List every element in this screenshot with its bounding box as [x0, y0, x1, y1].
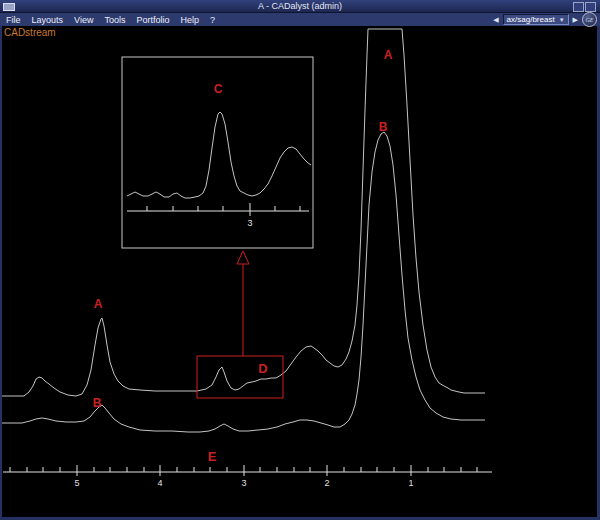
menu-item-file[interactable]: File: [6, 15, 21, 25]
chevron-down-icon: ▼: [559, 17, 565, 23]
brand-label: CADstream: [4, 27, 56, 38]
peak-label-D: D: [258, 361, 267, 376]
ge-logo: GE: [582, 12, 597, 27]
layout-nav-cluster: ◀ ax/sag/breast ▼ ▶ GE: [493, 13, 597, 26]
ppm-axis-tick-label: 4: [157, 478, 162, 488]
peak-label-C: C: [214, 82, 223, 96]
peak-label-A: A: [94, 297, 103, 311]
spectroscopy-plot: 354321ABABCDE: [0, 0, 600, 520]
menu-item-view[interactable]: View: [74, 15, 93, 25]
peak-label-E: E: [208, 449, 217, 464]
close-button[interactable]: [585, 2, 596, 12]
system-menu-icon[interactable]: [3, 3, 15, 11]
app-window: 354321ABABCDE A - CADalyst (admin) File …: [0, 0, 600, 520]
ppm-axis-tick-label: 1: [408, 478, 413, 488]
menu-item-question[interactable]: ?: [210, 15, 215, 25]
menu-item-portfolio[interactable]: Portfolio: [136, 15, 169, 25]
roi-rectangle: [197, 356, 283, 398]
menu-item-tools[interactable]: Tools: [104, 15, 125, 25]
maximize-button[interactable]: [573, 2, 584, 12]
menu-item-layouts[interactable]: Layouts: [32, 15, 64, 25]
peak-label-B: B: [379, 120, 388, 134]
ppm-axis-tick-label: 3: [241, 478, 246, 488]
title-bar: A - CADalyst (admin): [0, 0, 600, 13]
prev-layout-arrow-icon[interactable]: ◀: [493, 13, 498, 26]
layout-dropdown[interactable]: ax/sag/breast ▼: [503, 14, 569, 25]
menu-item-help[interactable]: Help: [180, 15, 199, 25]
inset-axis-tick-label: 3: [247, 218, 252, 228]
window-title: A - CADalyst (admin): [258, 0, 342, 12]
ppm-axis-tick-label: 5: [74, 478, 79, 488]
peak-label-B: B: [93, 396, 102, 410]
next-layout-arrow-icon[interactable]: ▶: [573, 13, 578, 26]
roi-arrow-head-icon: [237, 251, 249, 264]
peak-label-A: A: [384, 48, 393, 62]
window-border-left: [0, 26, 2, 520]
ppm-axis-tick-label: 2: [324, 478, 329, 488]
layout-dropdown-value: ax/sag/breast: [507, 15, 555, 24]
